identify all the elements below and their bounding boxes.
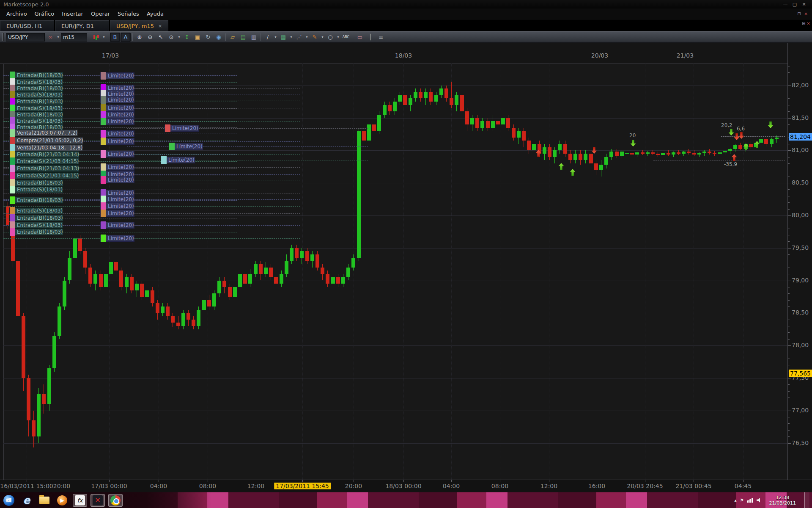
menu-archivo[interactable]: Archivo — [3, 9, 31, 18]
ask-panel-icon[interactable]: A — [121, 33, 131, 42]
start-button[interactable] — [2, 494, 16, 507]
taskbar-item-chrome[interactable] — [108, 494, 123, 507]
dropdown-caret-icon[interactable]: ▾ — [336, 33, 340, 42]
ellipse-icon[interactable]: ○ — [325, 33, 335, 42]
taskbar-clock[interactable]: 12:38 21/03/2011 — [766, 495, 799, 506]
entry-label[interactable]: Entrada(B)(18/03) — [9, 98, 63, 105]
unlink-symbol-icon[interactable]: ∞ — [45, 33, 55, 42]
tray-flag-icon[interactable]: ⚑ — [740, 498, 744, 502]
dropdown-caret-icon[interactable]: ▾ — [56, 33, 60, 42]
zoom-in-icon[interactable]: ⊕ — [134, 33, 145, 42]
hierarchy-icon[interactable]: ┼ — [365, 33, 376, 42]
entry-label[interactable]: Entrada(S)(18/03) — [9, 222, 63, 229]
limit-label[interactable]: Límite(20) — [100, 138, 134, 145]
mdi-close-icon[interactable]: ✕ — [803, 11, 809, 16]
speaker-icon[interactable] — [757, 498, 763, 503]
edit-chart-icon[interactable]: ▣ — [192, 33, 203, 42]
insert-table-icon[interactable]: ▦ — [278, 33, 288, 42]
entry-label[interactable]: Entrada(S)(18/03) — [9, 91, 63, 98]
minimize-button[interactable]: — — [781, 2, 790, 7]
menu-insertar[interactable]: Insertar — [58, 9, 87, 18]
show-desktop-button[interactable] — [804, 492, 809, 508]
limit-label[interactable]: Límite(20) — [100, 164, 134, 171]
magnify-range-icon[interactable]: ⊙ — [166, 33, 176, 42]
chart-window-icon[interactable]: ▥ — [249, 33, 259, 42]
limit-label[interactable]: Límite(20) — [100, 111, 134, 118]
entry-label[interactable]: Entrada(B)(18/03) — [9, 215, 63, 221]
add-image-icon[interactable]: ▤ — [238, 33, 248, 42]
limit-label[interactable]: Límite(20) — [100, 177, 134, 183]
trendline-icon[interactable]: ∕ — [263, 33, 273, 42]
entry-label[interactable]: Entrada(S)(18/03) — [9, 186, 63, 193]
symbol-select[interactable]: USD/JPY▾ — [6, 33, 45, 41]
dropdown-caret-icon[interactable]: ▾ — [273, 33, 278, 42]
menu-senales[interactable]: Señales — [114, 9, 143, 18]
entry-label[interactable]: Entrada(S)(18/03) — [9, 207, 63, 214]
trade-label[interactable]: Venta(21/03 07:07, 7,2) — [9, 130, 78, 136]
limit-label[interactable]: Límite(20) — [161, 157, 195, 163]
vertical-scale-icon[interactable]: ↕ — [182, 33, 192, 42]
trade-label[interactable]: Venta(21/03 04:18, -12,8) — [9, 144, 83, 151]
dropdown-caret-icon[interactable]: ▾ — [177, 33, 181, 42]
limit-label[interactable]: Límite(20) — [100, 72, 134, 79]
tab-close-icon[interactable]: × — [158, 23, 162, 29]
entry-label[interactable]: Entrada(B)(18/03) — [9, 179, 63, 186]
menu-grafico[interactable]: Gráfico — [31, 9, 58, 18]
limit-label[interactable]: Límite(20) — [100, 196, 134, 203]
close-button[interactable]: ✕ — [799, 2, 809, 7]
bid-panel-icon[interactable]: B — [110, 33, 120, 42]
limit-label[interactable]: Límite(20) — [100, 210, 134, 217]
taskbar-item-internet-explorer[interactable]: e — [19, 494, 34, 507]
entry-label[interactable]: Entrada(B)(18/03) — [9, 85, 63, 92]
entry-label[interactable]: Entrada(S)(18/03) — [9, 118, 63, 124]
maximize-button[interactable]: ▢ — [790, 2, 799, 7]
limit-label[interactable]: Límite(20) — [100, 97, 134, 103]
limit-label[interactable]: Límite(20) — [165, 125, 199, 132]
dropdown-caret-icon[interactable]: ▾ — [102, 33, 106, 42]
limit-label[interactable]: Límite(20) — [100, 105, 134, 111]
entry-label[interactable]: Entrada(B)(18/03) — [9, 229, 63, 235]
tab-eur-jpy-d1[interactable]: EUR/JPY, D1 — [55, 20, 109, 31]
tray-expand-icon[interactable]: ▴ — [735, 498, 737, 502]
dropdown-caret-icon[interactable]: ▾ — [320, 33, 325, 42]
entry-label[interactable]: Entrada(S)(18/03) — [9, 105, 63, 112]
taskbar-item-media-player[interactable]: ▶ — [55, 494, 69, 507]
menu-ayuda[interactable]: Ayuda — [143, 9, 167, 18]
entry-label[interactable]: Entrada(S)(21/03 04:15) — [9, 158, 79, 165]
period-select[interactable]: m15▾ — [61, 33, 87, 41]
tab-scroll-controls[interactable]: ⊟ ✕ — [802, 21, 810, 26]
menu-operar[interactable]: Operar — [87, 9, 114, 18]
zoom-out-icon[interactable]: ⊖ — [145, 33, 155, 42]
rotate-icon[interactable]: ↻ — [203, 33, 213, 42]
pencil-icon[interactable]: ✎ — [310, 33, 320, 42]
taskbar-item-file-explorer[interactable] — [37, 494, 52, 507]
entry-label[interactable]: Entrada(B)(18/03) — [9, 111, 63, 118]
price-axis[interactable]: 82,0081,5081,0080,5080,0079,5079,0078,50… — [787, 43, 812, 480]
text-label-icon[interactable]: ABC — [341, 33, 351, 42]
entry-label[interactable]: Entrada(B)(18/03) — [9, 72, 63, 79]
network-icon[interactable] — [747, 498, 753, 503]
tab-usd-jpy-m15[interactable]: USD/JPY, m15× — [110, 20, 168, 31]
limit-label[interactable]: Límite(20) — [100, 235, 134, 242]
trade-label[interactable]: Compra(21/03 05:02, 0,2) — [9, 137, 83, 144]
entry-label[interactable]: Entrada(S)(18/03) — [9, 79, 63, 86]
mdi-restore-icon[interactable]: ⊡ — [796, 11, 802, 16]
time-axis[interactable]: 16/03/2011 15:0020:0017/03 00:0004:0008:… — [0, 480, 812, 492]
taskbar-item-fx-trading-active[interactable]: fx — [73, 494, 87, 507]
toolbar-grip[interactable] — [2, 33, 4, 41]
globe-icon[interactable]: ◉ — [214, 33, 224, 42]
entry-label[interactable]: Entrada(B)(21/03 04:14) — [9, 151, 80, 158]
entry-label[interactable]: Entrada(S)(21/03 04:15) — [9, 172, 79, 179]
list-icon[interactable]: ≡ — [376, 33, 386, 42]
dropdown-caret-icon[interactable]: ▾ — [289, 33, 294, 42]
entry-label[interactable]: Entrada(B)(18/03) — [9, 197, 63, 204]
limit-label[interactable]: Límite(20) — [100, 151, 134, 157]
tab-eur-usd-h1[interactable]: EUR/USD, H1 — [0, 20, 54, 31]
dropdown-caret-icon[interactable]: ▾ — [304, 33, 309, 42]
fan-lines-icon[interactable]: ⋰ — [294, 33, 304, 42]
taskbar-item-app-x[interactable]: ✕ — [91, 494, 105, 507]
limit-label[interactable]: Límite(20) — [100, 118, 134, 125]
limit-label[interactable]: Límite(20) — [100, 222, 134, 229]
ruler-icon[interactable]: ▱ — [228, 33, 238, 42]
chart-area[interactable]: 17/0318/0320/0321/03 Entrada(B)(18/03)En… — [0, 43, 812, 492]
